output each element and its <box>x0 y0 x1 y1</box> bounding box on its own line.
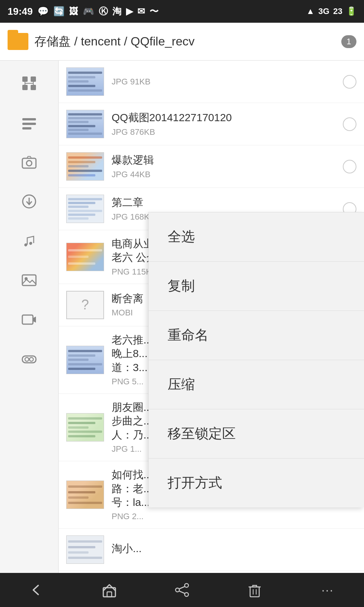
svg-point-25 <box>185 593 188 596</box>
header-badge: 1 <box>341 35 356 48</box>
sidebar-item-vr[interactable] <box>0 340 58 378</box>
game-icon: 🎮 <box>83 6 94 17</box>
status-time: 19:49 <box>8 6 33 17</box>
file-thumbnail-placeholder: ? <box>66 291 104 319</box>
folder-icon <box>8 33 28 50</box>
signal-icon: 3G <box>318 6 329 16</box>
battery-icon: 🔋 <box>346 6 356 16</box>
shop-icon: 淘 <box>112 5 121 17</box>
circle-k-icon: Ⓚ <box>99 5 108 17</box>
file-info: JPG 91KB <box>112 77 339 87</box>
svg-rect-14 <box>22 275 36 286</box>
context-menu-rename[interactable]: 重命名 <box>149 311 364 360</box>
bottom-nav: ··· <box>0 573 364 607</box>
sidebar-item-music[interactable] <box>0 222 58 260</box>
file-meta: JPG 91KB <box>112 77 339 87</box>
header: 存储盘 / tencent / QQfile_recv 1 <box>0 23 364 61</box>
svg-rect-10 <box>22 158 36 168</box>
sync-icon: 🔄 <box>53 6 65 17</box>
svg-rect-7 <box>22 118 36 120</box>
share-icon <box>174 582 190 598</box>
file-thumbnail <box>66 110 104 138</box>
home-button[interactable] <box>98 579 121 601</box>
context-menu-compress[interactable]: 压缩 <box>149 360 364 409</box>
file-thumbnail <box>66 481 104 509</box>
context-menu: 全选 复制 重命名 压缩 移至锁定区 打开方式 <box>148 212 364 507</box>
file-info: 爆款逻辑 JPG 44KB <box>112 153 339 179</box>
back-button[interactable] <box>25 579 48 601</box>
delete-icon <box>247 582 262 598</box>
wave-icon: 〜 <box>149 5 159 17</box>
share-button[interactable] <box>171 579 193 601</box>
status-bar-left: 19:49 💬 🔄 🖼 🎮 Ⓚ 淘 ▶ ✉ 〜 <box>8 5 159 17</box>
file-info: QQ截图20141227170120 JPG 876KB <box>112 111 339 137</box>
home-icon <box>102 582 117 598</box>
file-select-radio[interactable] <box>343 75 356 89</box>
play-icon: ▶ <box>126 6 133 17</box>
main-layout: JPG 91KB QQ截图20141227170120 JPG 876KB <box>0 61 364 573</box>
svg-rect-1 <box>31 76 36 82</box>
file-thumbnail <box>66 195 104 223</box>
file-info: 淘小... <box>112 542 356 558</box>
svg-rect-2 <box>22 85 28 90</box>
file-thumbnail <box>66 535 104 564</box>
svg-line-27 <box>179 591 185 593</box>
message-icon: ✉ <box>137 6 145 17</box>
list-item[interactable]: 爆款逻辑 JPG 44KB <box>59 145 364 188</box>
svg-point-24 <box>176 588 179 592</box>
sidebar-item-download[interactable] <box>0 183 58 220</box>
svg-rect-9 <box>22 127 31 130</box>
photo-icon: 🖼 <box>69 6 78 17</box>
file-select-radio[interactable] <box>343 117 356 131</box>
sidebar <box>0 61 59 573</box>
file-meta: PNG 2... <box>112 512 356 521</box>
sidebar-item-video[interactable] <box>0 301 58 339</box>
file-name: 淘小... <box>112 542 356 556</box>
delete-button[interactable] <box>243 579 266 601</box>
file-thumbnail <box>66 152 104 181</box>
download-icon <box>22 194 37 209</box>
sidebar-item-network[interactable] <box>0 64 58 102</box>
status-bar-right: ▲ 3G 23 🔋 <box>306 6 356 16</box>
list-item[interactable]: QQ截图20141227170120 JPG 876KB <box>59 103 364 145</box>
more-button[interactable]: ··· <box>316 579 339 601</box>
file-thumbnail <box>66 243 104 271</box>
vr-icon <box>22 351 37 367</box>
svg-rect-28 <box>250 587 259 597</box>
sidebar-item-camera[interactable] <box>0 143 58 181</box>
sidebar-item-apps[interactable] <box>0 104 58 142</box>
context-menu-select-all[interactable]: 全选 <box>149 212 364 262</box>
file-name: 第二章 <box>112 196 339 209</box>
file-name: 爆款逻辑 <box>112 153 339 167</box>
file-select-radio[interactable] <box>343 160 356 173</box>
svg-point-19 <box>30 357 33 361</box>
battery-level: 23 <box>333 6 342 16</box>
svg-rect-3 <box>31 85 36 90</box>
breadcrumb: 存储盘 / tencent / QQfile_recv <box>34 33 194 50</box>
svg-rect-8 <box>22 123 36 125</box>
file-name: QQ截图20141227170120 <box>112 111 339 125</box>
wifi-icon: ▲ <box>306 6 314 16</box>
apps-icon <box>22 115 37 130</box>
status-bar: 19:49 💬 🔄 🖼 🎮 Ⓚ 淘 ▶ ✉ 〜 ▲ 3G 23 🔋 <box>0 0 364 23</box>
sidebar-item-image[interactable] <box>0 261 58 299</box>
file-meta: JPG 876KB <box>112 127 339 137</box>
svg-point-11 <box>26 161 32 166</box>
context-menu-open-with[interactable]: 打开方式 <box>149 459 364 507</box>
list-item[interactable]: JPG 91KB <box>59 61 364 103</box>
network-icon <box>22 76 37 91</box>
chat-icon: 💬 <box>37 6 49 17</box>
svg-rect-22 <box>107 592 112 597</box>
context-menu-move-locked[interactable]: 移至锁定区 <box>149 409 364 459</box>
svg-rect-0 <box>22 76 28 82</box>
svg-line-26 <box>179 587 185 589</box>
svg-point-18 <box>25 357 29 361</box>
image-icon <box>22 273 37 288</box>
list-item[interactable]: 淘小... <box>59 529 364 571</box>
svg-rect-16 <box>22 315 33 324</box>
file-thumbnail <box>66 413 104 442</box>
file-list: JPG 91KB QQ截图20141227170120 JPG 876KB <box>59 61 364 573</box>
music-icon <box>22 233 37 248</box>
context-menu-copy[interactable]: 复制 <box>149 262 364 311</box>
camera-icon <box>22 154 37 170</box>
